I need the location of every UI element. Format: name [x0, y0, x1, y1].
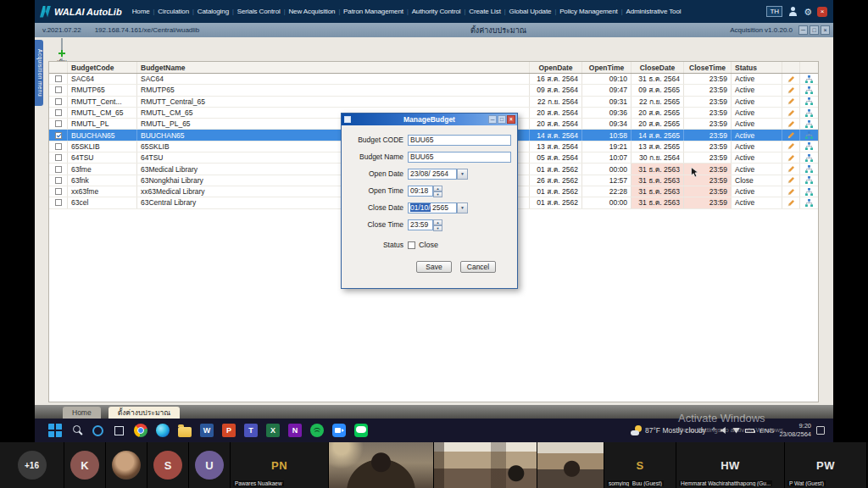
edit-icon[interactable]: [787, 75, 795, 83]
speaker-icon[interactable]: [721, 427, 727, 434]
allocate-icon[interactable]: [805, 131, 813, 139]
network-icon[interactable]: [732, 428, 740, 434]
cortana-icon[interactable]: [92, 425, 103, 436]
edit-icon[interactable]: [787, 109, 795, 117]
dialog-maximize-button[interactable]: □: [498, 115, 506, 124]
edit-icon[interactable]: [787, 199, 795, 207]
allocate-icon[interactable]: [805, 188, 813, 196]
language-badge[interactable]: TH: [766, 6, 782, 17]
menu-item-home[interactable]: Home: [132, 8, 150, 15]
powerpoint-icon[interactable]: P: [222, 424, 236, 437]
participant-tile[interactable]: S: [147, 442, 189, 488]
row-checkbox[interactable]: [55, 166, 62, 173]
allocate-icon[interactable]: [805, 120, 813, 128]
header-open-time[interactable]: OpenTime: [582, 62, 632, 73]
edit-icon[interactable]: [787, 188, 795, 196]
allocate-icon[interactable]: [805, 199, 813, 207]
budget-code-input[interactable]: BUU65: [408, 135, 511, 146]
menu-item-authority-control[interactable]: Authority Control: [412, 8, 461, 15]
allocate-icon[interactable]: [805, 109, 813, 117]
edge-icon[interactable]: [156, 424, 170, 437]
allocate-icon[interactable]: [805, 176, 813, 184]
chrome-icon[interactable]: [134, 424, 147, 437]
participant-tile[interactable]: U: [189, 442, 231, 488]
search-icon[interactable]: [70, 424, 84, 437]
spotify-icon[interactable]: [310, 424, 324, 437]
participant-tile[interactable]: Ssomying_Buu (Guest): [604, 442, 676, 488]
row-checkbox[interactable]: [55, 154, 62, 161]
menu-item-policy-management[interactable]: Policy Management: [559, 8, 618, 15]
input-language[interactable]: ENG: [760, 427, 774, 435]
minimize-button[interactable]: ─: [798, 25, 808, 35]
gear-icon[interactable]: ⚙: [804, 6, 812, 18]
open-time-spin-up[interactable]: ▲: [433, 186, 442, 191]
header-open-date[interactable]: OpenDate: [530, 62, 582, 73]
user-icon[interactable]: [787, 6, 798, 18]
menu-item-circulation[interactable]: Circulation: [158, 8, 189, 15]
edit-icon[interactable]: [787, 176, 795, 184]
cancel-button[interactable]: Cancel: [460, 261, 496, 273]
tray-clock[interactable]: 9:20 23/08/2564: [779, 422, 811, 439]
dialog-minimize-button[interactable]: ─: [488, 115, 497, 124]
header-budget-code[interactable]: BudgetCode: [68, 62, 137, 73]
header-budget-name[interactable]: BudgetName: [137, 62, 530, 73]
battery-icon[interactable]: [745, 429, 754, 433]
row-checkbox[interactable]: [55, 199, 62, 206]
row-checkbox[interactable]: [55, 188, 62, 195]
dialog-close-button[interactable]: ×: [507, 115, 515, 124]
open-date-dropdown[interactable]: ▼: [457, 169, 468, 180]
close-date-dropdown[interactable]: ▼: [457, 202, 468, 214]
menu-item-create-list[interactable]: Create List: [469, 8, 501, 15]
menu-item-global-update[interactable]: Global Update: [509, 8, 552, 15]
allocate-icon[interactable]: [805, 86, 813, 94]
header-close-time[interactable]: CloseTime: [684, 62, 732, 73]
participant-tile[interactable]: [106, 442, 147, 488]
allocate-icon[interactable]: [805, 97, 813, 105]
edit-icon[interactable]: [787, 131, 795, 139]
table-row[interactable]: RMUTT_Cent... RMUTT_Central_65 22 ก.ย. 2…: [49, 97, 818, 108]
open-date-input[interactable]: 23/08/ 2564: [408, 169, 457, 180]
logout-icon[interactable]: ×: [817, 7, 827, 17]
open-time-input[interactable]: 09:18: [408, 186, 433, 197]
weather-widget[interactable]: 87°F Mostly cloudy: [631, 425, 706, 435]
zoom-icon[interactable]: [332, 424, 346, 437]
edit-icon[interactable]: [787, 86, 795, 94]
menu-item-patron-management[interactable]: Patron Management: [343, 8, 403, 15]
edit-icon[interactable]: [787, 142, 795, 150]
action-center-icon[interactable]: [816, 426, 825, 435]
excel-icon[interactable]: X: [266, 424, 280, 437]
participant-tile[interactable]: K: [64, 442, 106, 488]
row-checkbox[interactable]: [55, 75, 62, 82]
tab-budget-settings[interactable]: ตั้งค่างบประมาณ: [108, 407, 180, 419]
close-button[interactable]: ×: [821, 25, 830, 35]
dialog-title-bar[interactable]: ManageBudget ─ □ ×: [342, 114, 517, 125]
menu-item-new-acquisition[interactable]: New Acquisition: [288, 8, 335, 15]
row-checkbox[interactable]: [55, 98, 62, 105]
participant-video-tile[interactable]: [329, 442, 434, 488]
allocate-icon[interactable]: [805, 154, 813, 162]
allocate-icon[interactable]: [805, 165, 813, 173]
row-checkbox[interactable]: [55, 109, 62, 116]
side-menu-tab[interactable]: Acquisition menu: [35, 40, 43, 106]
allocate-icon[interactable]: [805, 75, 813, 83]
edit-icon[interactable]: [787, 120, 795, 128]
tab-home[interactable]: Home: [63, 407, 101, 419]
file-explorer-icon[interactable]: [178, 427, 192, 437]
allocate-icon[interactable]: [805, 142, 813, 150]
budget-name-input[interactable]: BUU65: [408, 152, 511, 163]
participant-tile[interactable]: HWHemmarat Wachirahatthapong (Gu...: [676, 442, 785, 488]
participant-video-tile[interactable]: [434, 442, 537, 488]
edit-icon[interactable]: [787, 154, 795, 162]
close-time-spin-up[interactable]: ▲: [433, 219, 442, 225]
line-icon[interactable]: [354, 424, 368, 437]
menu-item-administrative-tool[interactable]: Administrative Tool: [626, 8, 681, 15]
onenote-icon[interactable]: N: [288, 424, 302, 437]
row-checkbox[interactable]: [55, 120, 62, 127]
edit-icon[interactable]: [787, 165, 795, 173]
row-checkbox[interactable]: [55, 177, 62, 184]
participant-tile[interactable]: PNPawares Nualkaew: [231, 442, 329, 488]
teams-icon[interactable]: T: [244, 424, 258, 437]
open-time-spin-down[interactable]: ▼: [433, 191, 442, 197]
word-icon[interactable]: W: [200, 424, 214, 437]
start-icon[interactable]: [48, 424, 62, 437]
